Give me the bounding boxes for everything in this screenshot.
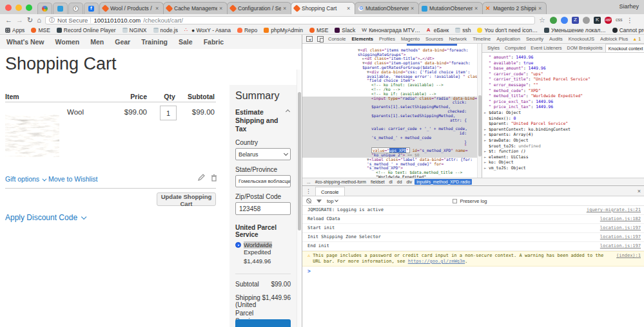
nav-item[interactable]: What's New — [6, 38, 44, 46]
browser-tab[interactable]: MutationObserver - Интерфе× — [418, 2, 483, 14]
sidebar-tab-computed[interactable]: Computed — [502, 44, 528, 52]
extension-icon[interactable] — [594, 17, 601, 24]
console-drawer-tab[interactable]: Console — [315, 187, 345, 196]
clear-console-icon[interactable] — [306, 198, 311, 203]
extension-icon[interactable] — [572, 17, 579, 24]
source-link[interactable]: (index):1 — [616, 253, 641, 259]
elements-scrollbar[interactable] — [477, 44, 482, 178]
bookmark-item[interactable]: MSE — [309, 27, 328, 33]
bookmark-item[interactable]: MSE — [31, 27, 50, 33]
browser-menu-icon[interactable]: ⋮ — [627, 17, 633, 24]
bookmark-item[interactable]: phpMyAdmin — [264, 27, 303, 33]
inspect-element-icon[interactable] — [306, 36, 313, 42]
disclosure-arrow-icon[interactable]: ► — [484, 127, 489, 133]
bookmark-item[interactable]: Apps — [5, 27, 24, 33]
tab-close-icon[interactable]: × — [538, 5, 543, 12]
breadcrumb-node[interactable]: input#s_method_XPD.radio — [415, 179, 472, 185]
device-toolbar-icon[interactable] — [317, 36, 324, 42]
sidebar-tab-styles[interactable]: Styles — [485, 44, 502, 52]
bookmark-item[interactable]: Уменьшение локал… — [544, 27, 606, 33]
scrollbar-thumb[interactable] — [298, 92, 301, 230]
source-link[interactable]: location.js:197 — [600, 243, 641, 249]
sidebar-tab-knockout-context[interactable]: Knockout context — [605, 44, 644, 52]
info-icon[interactable]: ⓘ — [49, 16, 55, 24]
knockout-property[interactable]: ►$rawData: Object — [484, 138, 644, 144]
tab-close-icon[interactable]: × — [347, 5, 352, 12]
state-select[interactable]: Гомельская вобласць — [235, 175, 291, 187]
browser-tab[interactable]: Magento 2 Shipping Suite | M× — [482, 2, 547, 14]
disclosure-arrow-icon[interactable]: ► — [484, 138, 489, 144]
zip-input[interactable] — [235, 202, 291, 215]
knockout-property[interactable]: " base_amount": 1449.96 — [484, 66, 644, 71]
nav-item[interactable]: Gear — [115, 38, 130, 46]
pinned-tab[interactable] — [37, 3, 52, 14]
bookmark-item[interactable]: You don't need icon… — [477, 27, 538, 33]
disclosure-arrow-icon[interactable]: ► — [484, 165, 489, 171]
tab-close-icon[interactable]: × — [219, 5, 224, 12]
adblock-icon[interactable] — [605, 17, 612, 24]
knockout-property[interactable]: " carrier_title": "United Parcel Service… — [484, 77, 644, 82]
knockout-property[interactable]: $index(): 0 — [484, 116, 644, 122]
disclosure-arrow-icon[interactable]: ► — [484, 110, 489, 116]
knockout-property[interactable]: ►element: UiClass — [484, 154, 644, 160]
profile-icon[interactable] — [583, 17, 590, 24]
knockout-property[interactable]: " method_code": "XPD" — [484, 88, 644, 94]
bookmark-item[interactable]: ● WoxY - Asana — [184, 27, 231, 33]
knockout-property[interactable]: $root_toJS: undefined — [484, 144, 644, 149]
filter-icon[interactable] — [317, 200, 322, 203]
knockout-property[interactable]: " price_incl_tax": 1449.96 — [484, 104, 644, 110]
address-bar[interactable]: ⓘ Not Secure 1001101010.com /checkout/ca… — [45, 16, 535, 24]
tab-close-icon[interactable]: × — [283, 5, 288, 12]
page-scrollbar[interactable] — [297, 70, 301, 327]
devtools-tab-magento[interactable]: Magento — [401, 36, 420, 42]
product-image[interactable] — [5, 115, 59, 157]
devtools-tab-elements[interactable]: Elements — [352, 36, 373, 42]
breadcrumb-node[interactable]: dl — [387, 179, 395, 185]
drawer-close-icon[interactable]: × — [638, 188, 641, 194]
devtools-tab-adblock-plus[interactable]: Adblock Plus — [600, 36, 628, 42]
bookmark-item[interactable]: Repo — [237, 27, 257, 33]
nav-item[interactable]: Men — [90, 38, 104, 46]
devtools-tab-network[interactable]: Network — [449, 36, 467, 42]
devtools-tab-profiles[interactable]: Profiles — [379, 36, 395, 42]
breadcrumb-node[interactable]: #co-shipping-method-form — [313, 179, 368, 185]
nav-item[interactable]: Women — [55, 38, 80, 46]
devtools-tab-timeline[interactable]: Timeline — [473, 36, 491, 42]
delete-item-icon[interactable] — [210, 174, 218, 182]
devtools-tab-application[interactable]: Application — [496, 36, 520, 42]
bookmark-item[interactable]: Кинонаграда MTV… — [362, 27, 420, 33]
dom-tree-line[interactable]: } — [302, 140, 477, 145]
browser-tab[interactable]: MutationObserver JS - Поиск× — [355, 2, 419, 14]
dom-tree-line[interactable]: 's_method_' + method_code — [302, 136, 477, 140]
execution-context-select[interactable]: top — [327, 198, 338, 204]
extension-icon[interactable] — [616, 17, 623, 24]
bookmark-item[interactable]: Cannot programma… — [612, 27, 644, 33]
reload-button[interactable]: ↻ — [27, 17, 33, 24]
browser-tab[interactable]: Wool / Products / Inventory /× — [99, 2, 164, 14]
bookmark-item[interactable]: Slack — [335, 27, 355, 33]
sidebar-tab-event-listeners[interactable]: Event Listeners — [528, 44, 564, 52]
minimize-window-button[interactable] — [15, 5, 22, 11]
shipping-method-label[interactable]: Worldwide Expedited — [244, 241, 291, 256]
dom-tree-line[interactable]: attr: { — [302, 118, 477, 123]
drawer-menu-icon[interactable]: ⋮ — [306, 186, 311, 196]
tab-close-icon[interactable]: × — [474, 5, 480, 12]
dom-tree-line[interactable]: value: carrier_code + '_' + method_code, — [302, 127, 477, 131]
knockout-property[interactable]: ►$data: Object — [484, 110, 644, 116]
sidebar-tab-dom-breakpoints[interactable]: DOM Breakpoints — [565, 44, 605, 52]
nav-item[interactable]: Training — [141, 38, 168, 46]
tab-close-icon[interactable]: × — [411, 5, 416, 12]
bookmark-item[interactable]: node.js — [153, 27, 178, 33]
bookmark-item[interactable]: Record Online Player — [57, 27, 116, 33]
nav-item[interactable]: Sale — [179, 38, 193, 46]
forward-button[interactable]: → — [16, 17, 23, 24]
source-link[interactable]: location.js:197 — [600, 225, 641, 231]
message-link[interactable]: https://goo.gl/zmWq3m — [408, 259, 465, 264]
bookmark-item[interactable]: еБанк — [427, 27, 449, 33]
disclosure-arrow-icon[interactable]: ► — [484, 132, 489, 138]
breadcrumb-node[interactable]: dd — [395, 179, 404, 185]
bookmark-item[interactable]: NGINX — [122, 27, 147, 33]
knockout-property[interactable]: ►$t: function () — [484, 149, 644, 154]
knockout-property[interactable]: ►$parentContext: ko.bindingContext — [484, 127, 644, 133]
browser-tab[interactable]: Configuration / Settings / Sto× — [227, 2, 291, 14]
